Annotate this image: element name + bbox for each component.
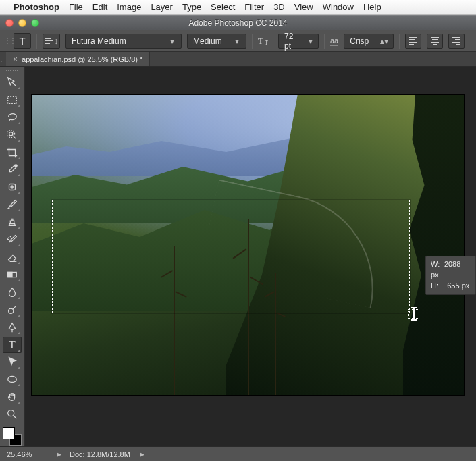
zoom-tool[interactable]	[3, 406, 22, 423]
zoom-menu-icon[interactable]: ▶	[57, 451, 61, 458]
chevron-down-icon: ▾	[232, 36, 242, 46]
options-bar: ⋮⋮ T ↕ Futura Medium ▾ Medium ▾ T 72 pt …	[0, 30, 476, 52]
history-brush-tool[interactable]	[3, 232, 22, 248]
type-tool[interactable]: T	[3, 337, 22, 353]
menu-window[interactable]: Window	[323, 2, 354, 12]
stepper-icon: ▴▾	[379, 36, 389, 46]
menu-select[interactable]: Select	[211, 2, 235, 12]
type-cursor-icon	[409, 307, 419, 321]
font-size-icon: T	[258, 36, 273, 47]
move-tool[interactable]	[3, 74, 22, 90]
document-tab[interactable]: × appalachian.psd @ 25.5% (RGB/8) *	[6, 52, 150, 66]
chevron-down-icon: ▾	[307, 36, 314, 46]
svg-point-1	[9, 132, 13, 135]
options-grip[interactable]: ⋮⋮	[4, 37, 8, 45]
document-tab-bar: ⋮⋮ × appalachian.psd @ 25.5% (RGB/8) *	[0, 52, 476, 67]
healing-brush-tool[interactable]	[3, 179, 22, 195]
close-tab-icon[interactable]: ×	[13, 55, 18, 64]
dodge-tool[interactable]	[3, 302, 22, 318]
tools-panel: ⋯⋯ T	[0, 67, 25, 446]
marquee-tool[interactable]	[3, 92, 22, 108]
menu-help[interactable]: Help	[363, 2, 381, 12]
svg-point-2	[7, 130, 15, 137]
pen-tool[interactable]	[3, 319, 22, 335]
font-family-value: Futura Medium	[72, 36, 126, 46]
text-box-marquee[interactable]	[52, 200, 410, 313]
shape-tool[interactable]	[3, 371, 22, 387]
menu-type[interactable]: Type	[182, 2, 201, 12]
zoom-level[interactable]: 25.46%	[7, 450, 47, 458]
separator	[36, 34, 37, 49]
path-select-tool[interactable]	[3, 354, 22, 371]
status-bar: 25.46% ▶ Doc: 12.8M/12.8M ▶	[0, 446, 476, 461]
document-tab-label: appalachian.psd @ 25.5% (RGB/8) *	[22, 55, 142, 63]
svg-point-7	[9, 308, 14, 313]
mac-menubar: Photoshop File Edit Image Layer Type Sel…	[0, 0, 476, 15]
tool-preset-picker[interactable]: T	[14, 33, 31, 49]
font-size-value: 72 pt	[284, 32, 298, 51]
color-swatches[interactable]	[3, 427, 22, 446]
align-left-button[interactable]	[405, 34, 421, 49]
svg-point-9	[8, 410, 14, 416]
svg-point-8	[8, 377, 17, 383]
hand-tool[interactable]	[3, 389, 22, 405]
foreground-color-swatch[interactable]	[3, 427, 15, 439]
separator	[252, 34, 253, 49]
doc-info[interactable]: Doc: 12.8M/12.8M	[70, 450, 130, 458]
workarea: ⋯⋯ T	[0, 67, 476, 446]
font-style-dropdown[interactable]: Medium ▾	[187, 34, 246, 49]
doc-info-menu-icon[interactable]: ▶	[140, 451, 144, 458]
chevron-down-icon: ▾	[167, 36, 177, 46]
menu-edit[interactable]: Edit	[92, 2, 107, 12]
antialias-value: Crisp	[350, 36, 369, 46]
window-titlebar: Adobe Photoshop CC 2014	[0, 15, 476, 30]
clone-stamp-tool[interactable]	[3, 214, 22, 230]
align-center-button[interactable]	[427, 34, 443, 49]
tools-grip[interactable]: ⋯⋯	[0, 68, 24, 74]
menu-3d[interactable]: 3D	[273, 2, 285, 12]
font-size-dropdown[interactable]: 72 pt ▾	[278, 34, 319, 49]
font-family-dropdown[interactable]: Futura Medium ▾	[65, 34, 182, 49]
antialias-dropdown[interactable]: Crisp ▴▾	[344, 34, 394, 49]
eraser-tool[interactable]	[3, 249, 22, 265]
menu-file[interactable]: File	[69, 2, 83, 12]
eyedropper-tool[interactable]	[3, 162, 22, 178]
canvas-area[interactable]: W: 2088 px H: 655 px	[25, 67, 476, 446]
window-title: Adobe Photoshop CC 2014	[0, 18, 476, 28]
brush-tool[interactable]	[3, 196, 22, 213]
align-right-button[interactable]	[448, 34, 465, 49]
separator	[324, 34, 325, 49]
svg-point-3	[15, 165, 18, 167]
font-style-value: Medium	[193, 36, 222, 46]
blur-tool[interactable]	[3, 284, 22, 300]
menu-view[interactable]: View	[294, 2, 313, 12]
tabbar-grip[interactable]: ⋮⋮	[0, 52, 6, 66]
app-menu[interactable]: Photoshop	[14, 2, 59, 12]
svg-rect-6	[8, 272, 12, 277]
menu-filter[interactable]: Filter	[244, 2, 264, 12]
separator	[399, 34, 400, 49]
menu-image[interactable]: Image	[117, 2, 141, 12]
quick-select-tool[interactable]	[3, 127, 22, 143]
lasso-tool[interactable]	[3, 109, 22, 126]
menu-layer[interactable]: Layer	[151, 2, 173, 12]
text-orientation-toggle[interactable]: ↕	[43, 34, 60, 49]
crop-tool[interactable]	[3, 144, 22, 161]
gradient-tool[interactable]	[3, 267, 22, 283]
dimension-readout: W: 2088 px H: 655 px	[425, 256, 476, 295]
svg-rect-0	[8, 96, 17, 103]
antialias-icon: aa	[330, 36, 338, 46]
